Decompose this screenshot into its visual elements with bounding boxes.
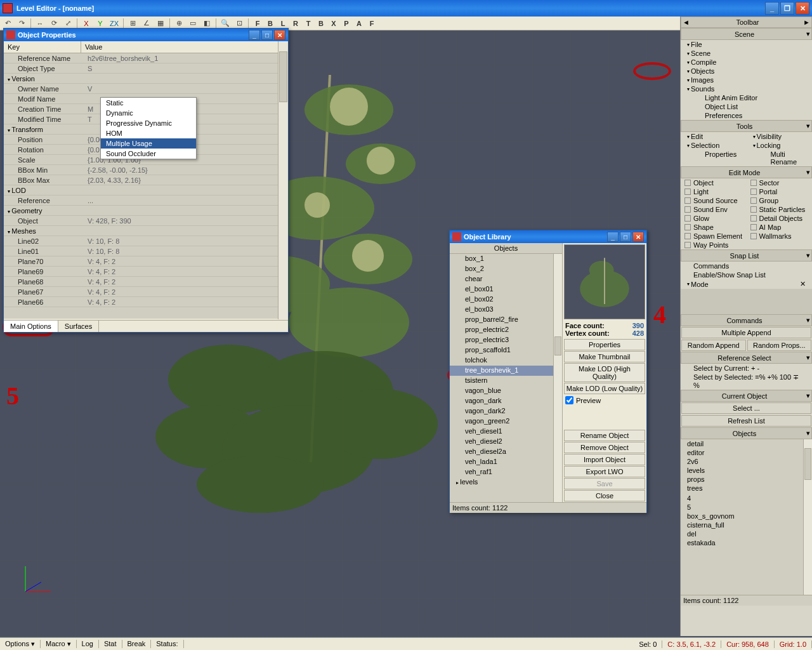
tool-item[interactable]: Multi Rename bbox=[747, 150, 813, 166]
edit-mode-option[interactable]: Spawn Element bbox=[681, 232, 747, 241]
chevron-down-icon[interactable]: ▾ bbox=[806, 392, 810, 400]
scene-item[interactable]: Compile bbox=[681, 58, 812, 67]
edit-mode-option[interactable]: Way Points bbox=[681, 241, 747, 249]
list-item[interactable]: veh_lada1 bbox=[450, 457, 562, 467]
chevron-down-icon[interactable]: ▾ bbox=[806, 168, 810, 176]
list-item[interactable]: vagon_green2 bbox=[450, 416, 562, 427]
tool-item[interactable]: Locking bbox=[747, 141, 813, 150]
chevron-down-icon[interactable]: ▾ bbox=[806, 354, 810, 362]
scene-item[interactable]: File bbox=[681, 40, 812, 49]
property-row[interactable]: Object TypeS bbox=[4, 63, 288, 74]
tool-item[interactable]: Visibility bbox=[747, 132, 813, 141]
property-row[interactable]: Reference... bbox=[4, 196, 288, 206]
current-object-header[interactable]: Current Object▾ bbox=[681, 390, 812, 402]
list-item[interactable]: veh_diesel2 bbox=[450, 437, 562, 447]
objects-list[interactable]: box_1box_2chearel_box01el_box02el_box03p… bbox=[450, 254, 562, 502]
reference-select-header[interactable]: Reference Select▾ bbox=[681, 352, 812, 364]
dropdown-item[interactable]: Static bbox=[101, 98, 196, 108]
toolbar-angle-icon[interactable]: ∠ bbox=[141, 18, 152, 29]
list-item[interactable]: tsistern bbox=[450, 376, 562, 386]
property-row[interactable]: Meshes bbox=[4, 226, 288, 236]
minimize-button[interactable]: _ bbox=[607, 232, 619, 242]
scrollbar[interactable] bbox=[803, 439, 812, 595]
edit-mode-option[interactable]: Sector bbox=[747, 178, 813, 187]
edit-mode-option[interactable]: Sound Source bbox=[681, 196, 747, 205]
view-p-button[interactable]: P bbox=[341, 18, 351, 29]
toolbar-y-axis[interactable]: Y bbox=[95, 18, 105, 29]
property-row[interactable]: Line01V: 10, F: 8 bbox=[4, 246, 288, 256]
list-item[interactable]: editor bbox=[681, 448, 812, 457]
lib-button[interactable]: Make Thumbnail bbox=[564, 351, 645, 362]
preview-checkbox-input[interactable] bbox=[565, 396, 573, 404]
status-segment[interactable]: Stat bbox=[99, 640, 122, 648]
tool-item[interactable]: Edit bbox=[681, 132, 747, 141]
scene-item[interactable]: Preferences bbox=[681, 111, 812, 120]
status-segment[interactable]: Status: bbox=[151, 640, 183, 648]
property-row[interactable]: Plane70V: 4, F: 2 bbox=[4, 256, 288, 267]
list-item[interactable]: el_box02 bbox=[450, 295, 562, 305]
status-segment[interactable]: Options ▾ bbox=[0, 640, 41, 648]
snap-list-header[interactable]: Snap List▾ bbox=[681, 249, 812, 262]
random-append-button[interactable]: Random Append bbox=[681, 340, 746, 351]
toolbar-header[interactable]: ◄Toolbar► bbox=[681, 17, 812, 28]
multiple-append-button[interactable]: Multiple Append bbox=[681, 327, 811, 338]
collapse-left-icon[interactable]: ◄ bbox=[683, 18, 690, 26]
object-properties-title-bar[interactable]: Object Properties _ □ ✕ bbox=[4, 29, 288, 41]
list-item[interactable]: box_s_govnom bbox=[681, 512, 812, 521]
scrollbar-thumb[interactable] bbox=[554, 336, 561, 355]
toolbar-rotate-icon[interactable]: ⟳ bbox=[49, 18, 59, 29]
view-f-button[interactable]: F bbox=[252, 18, 263, 29]
view-l-button[interactable]: L bbox=[278, 18, 288, 29]
view-t-button[interactable]: T bbox=[303, 18, 313, 29]
minimize-button[interactable]: _ bbox=[765, 2, 779, 15]
dropdown-item[interactable]: Progressive Dynamic bbox=[101, 118, 196, 128]
toolbar-scale-icon[interactable]: ⤢ bbox=[63, 18, 73, 29]
lib-button[interactable]: Properties bbox=[564, 339, 645, 350]
snap-commands[interactable]: Commands bbox=[681, 262, 812, 270]
chevron-down-icon[interactable]: ▾ bbox=[806, 316, 810, 324]
scene-item[interactable]: Light Anim Editor bbox=[681, 93, 812, 102]
list-item[interactable]: veh_diesel2a bbox=[450, 447, 562, 457]
scrollbar-thumb[interactable] bbox=[804, 448, 811, 480]
view-a-button[interactable]: A bbox=[354, 18, 364, 29]
property-row[interactable]: Plane66V: 4, F: 2 bbox=[4, 297, 288, 307]
toolbar-pivot-icon[interactable]: ⊕ bbox=[174, 18, 184, 29]
view-x-button[interactable]: X bbox=[329, 18, 339, 29]
property-row[interactable]: Reference Nameh2v6\tree_borshevik_1 bbox=[4, 53, 288, 63]
maximize-button[interactable]: □ bbox=[261, 30, 273, 40]
random-props-button[interactable]: Random Props... bbox=[747, 340, 812, 351]
scene-item[interactable]: Objects bbox=[681, 67, 812, 76]
lib-button[interactable]: Make LOD (Low Quality) bbox=[564, 383, 645, 394]
commands-header[interactable]: Commands▾ bbox=[681, 314, 812, 326]
list-item[interactable]: tolchok bbox=[450, 355, 562, 366]
minimize-button[interactable]: _ bbox=[249, 30, 260, 40]
edit-mode-option[interactable]: AI Map bbox=[747, 223, 813, 232]
scene-item[interactable]: Object List bbox=[681, 102, 812, 111]
select-by-selected[interactable]: Select by Selected: =% +% 100 ∓ % bbox=[681, 373, 812, 390]
list-item[interactable]: vagon_blue bbox=[450, 386, 562, 396]
list-item[interactable]: cisterna_full bbox=[681, 521, 812, 529]
list-item[interactable]: props bbox=[681, 475, 812, 484]
close-button[interactable]: ✕ bbox=[274, 30, 285, 40]
list-item[interactable]: del bbox=[681, 529, 812, 538]
view-b-button[interactable]: B bbox=[316, 18, 326, 29]
scene-item[interactable]: Scene bbox=[681, 49, 812, 58]
chevron-down-icon[interactable]: ▾ bbox=[806, 251, 810, 260]
scene-item[interactable]: Sounds bbox=[681, 84, 812, 93]
list-item[interactable]: detail bbox=[681, 439, 812, 448]
tab-surfaces[interactable]: Surfaces bbox=[58, 321, 99, 332]
list-item[interactable]: prop_electric3 bbox=[450, 335, 562, 345]
toolbar-zoom-icon[interactable]: 🔍 bbox=[220, 18, 230, 29]
list-item[interactable]: 4 bbox=[681, 494, 812, 503]
lib-button[interactable]: Rename Object bbox=[564, 430, 645, 441]
toolbar-zoomsel-icon[interactable]: ⊡ bbox=[234, 18, 244, 29]
list-item[interactable]: 5 bbox=[681, 503, 812, 512]
property-row[interactable]: Version bbox=[4, 74, 288, 84]
list-item[interactable]: box_2 bbox=[450, 264, 562, 274]
view-r-button[interactable]: R bbox=[291, 18, 301, 29]
toolbar-snap-icon[interactable]: ⊞ bbox=[128, 18, 138, 29]
restore-button[interactable]: ❐ bbox=[780, 2, 794, 15]
dropdown-item[interactable]: Sound Occluder bbox=[101, 149, 196, 159]
list-item[interactable]: el_box03 bbox=[450, 305, 562, 315]
toolbar-move-icon[interactable]: ↔ bbox=[35, 18, 45, 29]
